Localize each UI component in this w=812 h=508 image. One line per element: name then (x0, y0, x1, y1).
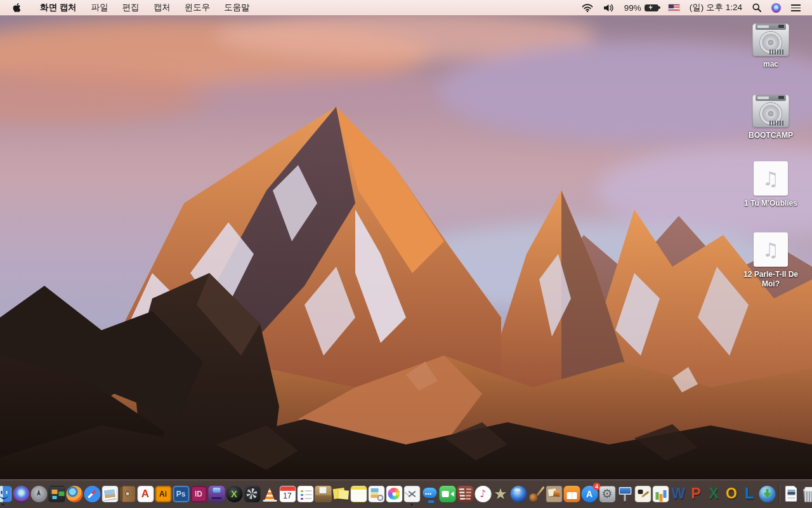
dock-item-itunes[interactable]: ♪ (475, 485, 492, 504)
dvd-icon (510, 486, 527, 502)
help-menu[interactable]: 도움말 (217, 0, 257, 15)
running-indicator (3, 504, 4, 505)
excel-glyph: X (709, 486, 718, 501)
collage-icon (546, 486, 562, 502)
desktop-icon-label: mac (734, 60, 808, 69)
desktop-wallpaper (0, 0, 812, 508)
dock-item-anot[interactable] (368, 485, 385, 504)
imovie-glyph: ★ (494, 486, 508, 502)
app-menu[interactable]: 화면 캡처 (32, 0, 84, 15)
ibooks-icon (563, 486, 580, 502)
apple-menu[interactable] (0, 0, 32, 15)
dock-item-pages09[interactable] (634, 485, 652, 504)
dock-item-toast[interactable] (208, 485, 225, 504)
dock-item-siri[interactable] (13, 485, 30, 504)
missionctl-icon (48, 486, 65, 502)
dock-item-facetime[interactable] (439, 485, 456, 504)
status-notification-center[interactable] (786, 0, 806, 15)
siri-icon (771, 3, 781, 13)
desktop-icon-label: 1 Tu M'Oublies (734, 199, 808, 208)
dock-item-preview[interactable] (102, 485, 119, 504)
cal-icon: 17 (279, 486, 296, 502)
dock-item-notes[interactable] (350, 485, 367, 504)
ppt-icon: P (688, 486, 704, 502)
itunes-icon: ♪ (475, 486, 491, 502)
anot-icon (368, 486, 384, 502)
dock-item-appstore[interactable]: A4 (581, 485, 598, 504)
desktop-icon-song2[interactable]: ♫12 Parle-T-Il De Moi? (734, 232, 808, 289)
dock-item-pbooth[interactable] (457, 485, 474, 504)
dock-item-ai[interactable]: Ai (155, 485, 172, 504)
dock-item-imovie[interactable]: ★ (492, 485, 509, 504)
dock-item-ppt[interactable]: P (688, 485, 705, 504)
docfile-icon (785, 486, 797, 502)
dock-item-grab[interactable] (403, 485, 421, 504)
notes-icon (350, 486, 367, 502)
dock-item-rem[interactable] (297, 485, 314, 504)
word-glyph: W (671, 486, 685, 501)
sysprefs-icon: ⚙ (599, 486, 615, 502)
dock-item-ps[interactable]: Ps (173, 485, 190, 504)
menu-bar-clock: (일) 오후 1:24 (690, 2, 742, 13)
dock-item-keynote[interactable] (617, 485, 634, 504)
dock-item-firefox[interactable] (66, 485, 83, 504)
desktop-icon-label: BOOTCAMP (734, 131, 808, 140)
gband-icon (528, 486, 544, 502)
safari-icon (84, 486, 100, 502)
dock-item-missionctl[interactable] (48, 485, 65, 504)
status-siri[interactable] (766, 0, 786, 15)
dock-item-collage[interactable] (546, 485, 563, 504)
dock-item-lync[interactable]: L (741, 485, 758, 504)
dock-item-safari[interactable] (84, 485, 101, 504)
dock-item-vlc[interactable] (261, 485, 278, 504)
dock-item-launchpad[interactable] (30, 485, 48, 504)
dock-item-unarch[interactable] (315, 485, 332, 504)
dock-item-messages[interactable] (421, 485, 438, 504)
status-volume[interactable] (598, 0, 619, 15)
outlook-icon: O (723, 486, 740, 502)
unarch-icon (315, 486, 331, 502)
dock-item-photos[interactable] (386, 485, 403, 504)
desktop-icon-label: 12 Parle-T-Il De Moi? (734, 270, 808, 289)
capture-menu[interactable]: 캡처 (147, 0, 178, 15)
ai-glyph: Ai (159, 490, 167, 498)
dock-item-contacts[interactable] (119, 485, 136, 504)
menu-bar: 화면 캡처파일편집캡처윈도우도움말 99%(일) 오후 1:24 (0, 0, 812, 16)
edit-menu[interactable]: 편집 (115, 0, 147, 15)
dock-item-stick[interactable] (332, 485, 350, 504)
rem-icon (297, 486, 313, 502)
dock-item-cal[interactable]: 17 (279, 485, 296, 504)
desktop-icon-mac[interactable]: mac (734, 22, 808, 69)
dock-item-downl[interactable] (759, 485, 776, 504)
status-input-flag[interactable] (664, 0, 684, 15)
dock-item-excel[interactable]: X (705, 485, 723, 504)
desktop-icon-bootcamp[interactable]: BOOTCAMP (734, 93, 808, 140)
window-menu[interactable]: 윈도우 (178, 0, 218, 15)
file-menu[interactable]: 파일 (84, 0, 115, 15)
dock-item-id[interactable]: ID (190, 485, 207, 504)
status-wifi[interactable] (577, 0, 598, 15)
pbooth-icon (457, 486, 473, 502)
dock-item-dvd[interactable] (510, 485, 527, 504)
status-spotlight[interactable] (747, 0, 766, 15)
dock-item-acrobat[interactable]: A (137, 485, 154, 504)
dock-item-docfile[interactable] (783, 485, 800, 504)
dock-item-gband[interactable] (528, 485, 545, 504)
dock-item-numbers09[interactable] (652, 485, 669, 504)
photos-icon (386, 486, 402, 502)
dock-item-trash[interactable] (801, 485, 812, 504)
dock-item-outlook[interactable]: O (723, 485, 740, 504)
status-items: 99%(일) 오후 1:24 (577, 0, 812, 15)
status-clock[interactable]: (일) 오후 1:24 (684, 0, 747, 15)
desktop-icon-song1[interactable]: ♫1 Tu M'Oublies (734, 161, 808, 208)
dock-item-sysprefs[interactable]: ⚙ (599, 485, 616, 504)
dock-item-divx[interactable]: X (226, 485, 243, 504)
divx-glyph: X (231, 489, 237, 498)
dock-item-ibooks[interactable] (563, 485, 580, 504)
dock-item-fan[interactable] (244, 485, 261, 504)
status-battery[interactable]: 99% (619, 0, 664, 15)
battery-charging-icon (645, 4, 658, 11)
dock-item-finder[interactable] (0, 485, 12, 504)
excel-icon: X (705, 486, 722, 502)
dock-item-word[interactable]: W (670, 485, 687, 504)
